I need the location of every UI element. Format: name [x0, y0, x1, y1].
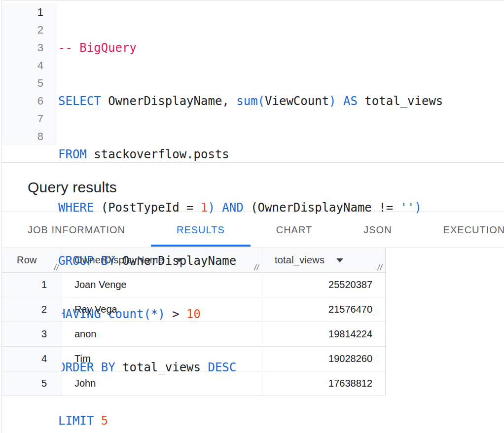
tab-chart[interactable]: CHART — [251, 212, 338, 248]
active-tab-indicator — [151, 245, 251, 247]
tab-json[interactable]: JSON — [338, 212, 417, 248]
code-line: FROM stackoverflow.posts — [58, 145, 443, 163]
results-tabbar: JOB INFORMATION RESULTS CHART JSON EXECU… — [2, 212, 504, 248]
sort-dropdown-icon[interactable] — [336, 258, 343, 262]
column-resize-icon[interactable] — [252, 263, 260, 271]
tab-label: JSON — [363, 224, 392, 236]
page-title: Query results — [28, 179, 117, 196]
column-header-row: Row — [2, 248, 62, 272]
code-line: SELECT OwnerDisplayName, sum(ViewCount) … — [58, 92, 443, 110]
row-index-cell: 2 — [2, 297, 62, 322]
owner-cell: Ray Vega — [62, 297, 262, 322]
column-label: OwnerDisplayName — [74, 254, 164, 266]
tab-label: RESULTS — [177, 224, 225, 236]
line-number: 1 — [2, 3, 43, 21]
tab-results[interactable]: RESULTS — [151, 212, 251, 248]
line-number: 5 — [2, 74, 43, 92]
table-row: 3 anon 19814224 — [2, 322, 386, 347]
tab-label: EXECUTION DETAILS — [443, 224, 504, 236]
tab-execution-details[interactable]: EXECUTION DETAILS — [418, 212, 504, 248]
tab-label: JOB INFORMATION — [28, 224, 125, 236]
column-resize-icon[interactable] — [52, 263, 60, 271]
line-number: 3 — [2, 39, 43, 57]
column-header-total-views[interactable]: total_views — [262, 248, 386, 272]
code-line: -- BigQuery — [58, 39, 443, 57]
table-header-row: Row OwnerDisplayName total_views — [2, 248, 386, 273]
tab-label: CHART — [276, 224, 313, 236]
total-views-cell: 19028260 — [262, 347, 386, 371]
row-index-cell: 4 — [2, 347, 62, 371]
tab-job-information[interactable]: JOB INFORMATION — [2, 212, 151, 248]
table-row: 5 John 17638812 — [2, 371, 386, 396]
line-number-gutter: 1 2 3 4 5 6 7 8 — [2, 3, 57, 145]
sql-editor[interactable]: 1 2 3 4 5 6 7 8 -- BigQuery SELECT Owner… — [2, 0, 504, 163]
column-label: Row — [17, 254, 37, 266]
code-line: LIMIT 5 — [58, 412, 443, 430]
table-row: 1 Joan Venge 25520387 — [2, 273, 386, 297]
total-views-cell: 19814224 — [262, 322, 386, 346]
total-views-cell: 25520387 — [262, 273, 386, 297]
row-index-cell: 5 — [2, 371, 62, 396]
owner-cell: Joan Venge — [62, 273, 262, 297]
row-index-cell: 1 — [2, 273, 62, 297]
total-views-cell: 17638812 — [262, 371, 386, 396]
owner-cell: Tim — [62, 347, 262, 371]
sort-dropdown-icon[interactable] — [176, 258, 182, 262]
results-table: Row OwnerDisplayName total_views — [2, 248, 386, 396]
bigquery-query-panel: 1 2 3 4 5 6 7 8 -- BigQuery SELECT Owner… — [1, 0, 504, 433]
owner-cell: anon — [62, 322, 262, 346]
column-header-ownerdisplayname[interactable]: OwnerDisplayName — [62, 248, 262, 272]
total-views-cell: 21576470 — [262, 297, 386, 322]
line-number: 6 — [2, 92, 43, 110]
owner-cell: John — [62, 371, 262, 396]
column-label: total_views — [275, 254, 324, 266]
table-row: 2 Ray Vega 21576470 — [2, 297, 386, 322]
line-number: 7 — [2, 110, 43, 128]
line-number: 4 — [2, 57, 43, 74]
row-index-cell: 3 — [2, 322, 62, 346]
table-row: 4 Tim 19028260 — [2, 347, 386, 371]
line-number: 2 — [2, 21, 43, 39]
column-resize-icon[interactable] — [376, 263, 384, 271]
line-number: 8 — [2, 128, 43, 145]
